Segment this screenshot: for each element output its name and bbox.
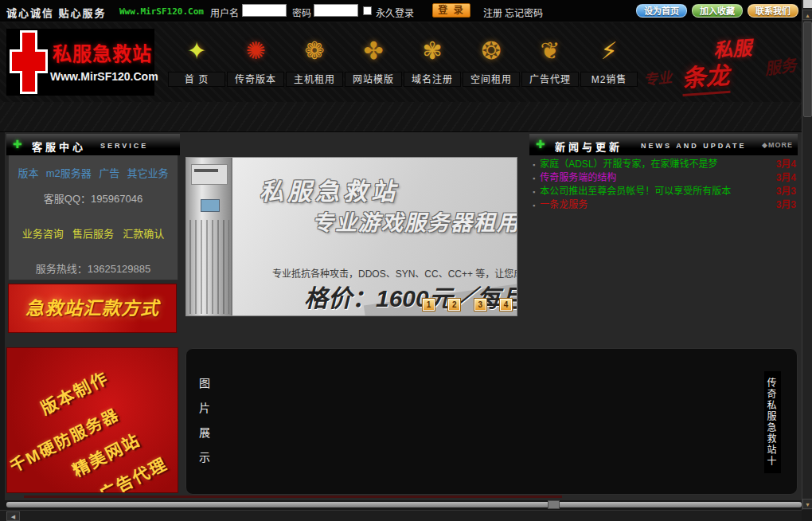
register-link[interactable]: 注册 (483, 6, 502, 19)
news-panel-header: ✚ 新闻与更新 NEWS AND UPDATE ◆MORE (529, 134, 798, 155)
link-m2-server[interactable]: m2服务器 (46, 167, 92, 179)
gallery-side-strip[interactable]: 传奇私服急救站十 (764, 371, 781, 473)
link-after-sales[interactable]: 售后服务 (72, 228, 114, 240)
gallery-vertical-label: 图片展示 (196, 378, 212, 476)
pager-button-2[interactable]: 2 (448, 299, 460, 311)
scroll-left-arrow-icon[interactable]: ◀ (6, 511, 20, 521)
content-bottom-line (24, 496, 562, 498)
nav-item-space-rental[interactable]: ❂ 空间租用 (463, 30, 520, 92)
inner-horizontal-scrollbar[interactable] (6, 502, 802, 507)
space-rental-icon: ❂ (463, 30, 520, 72)
nav-item-host-rental[interactable]: ❁ 主机租用 (286, 30, 343, 92)
gallery-panel: 图片展示 传奇私服急救站十 (185, 348, 798, 495)
scrollbar-corner (802, 510, 812, 521)
decorative-band (0, 102, 802, 132)
add-favorite-button[interactable]: 加入收藏 (692, 4, 743, 18)
host-rental-icon: ❁ (286, 30, 343, 72)
login-button[interactable]: 登 录 (432, 3, 470, 18)
bullet-icon: ▪ (533, 174, 535, 182)
promo-text-faded-right: 服务 (763, 52, 798, 79)
news-item[interactable]: ▪一条龙服务 3月3 (529, 198, 798, 212)
nav-label: 域名注册 (404, 72, 461, 87)
scroll-up-arrow-icon[interactable]: ▲ (802, 10, 812, 20)
payment-method-banner[interactable]: 急救站汇款方式 (8, 284, 177, 333)
news-item[interactable]: ▪家庭（ADSL）开服专家，在家赚钱不是梦 3月4 (529, 158, 798, 171)
site-header: 私服急救站 Www.MirSF120.Com ✦ 首 页 ✺ 传奇版本 ❁ 主机… (0, 22, 802, 102)
ad-agency-icon: ❦ (521, 30, 579, 72)
link-version[interactable]: 版本 (18, 167, 38, 179)
news-subtitle: NEWS AND UPDATE (641, 142, 747, 150)
nav-item-domain-register[interactable]: ✾ 域名注册 (404, 30, 461, 92)
news-link[interactable]: 传奇服务端的结构 (540, 172, 616, 183)
promo-text-line2: 条龙 (680, 56, 730, 96)
bullet-icon: ▪ (533, 202, 535, 210)
contact-us-button[interactable]: 联系我们 (748, 4, 798, 18)
top-bar: 诚心诚信 贴心服务 Www.MirSF120.Com 用户名 密码 永久登录 登… (0, 0, 802, 22)
nav-item-m2-sales[interactable]: ⚡ M2销售 (580, 30, 638, 92)
banner-pager: 1 2 3 4 (412, 299, 512, 311)
pager-button-1[interactable]: 1 (423, 299, 435, 311)
promo-graphic: 专业 私服 条龙 服务 (643, 33, 799, 97)
remember-checkbox[interactable] (363, 6, 372, 15)
nav-item-home[interactable]: ✦ 首 页 (168, 30, 225, 92)
news-title: 新闻与更新 (555, 139, 623, 154)
logo-title: 私服急救站 (53, 38, 152, 66)
nav-label: 网站模版 (345, 72, 402, 87)
news-more-link[interactable]: ◆MORE (762, 141, 793, 149)
service-hotline: 服务热线：13625129885 (9, 260, 178, 276)
nav-item-ad-agency[interactable]: ❦ 广告代理 (521, 30, 579, 92)
pager-button-4[interactable]: 4 (500, 299, 512, 311)
logo-url: Www.MirSF120.Com (50, 70, 158, 83)
plus-icon: ✚ (13, 138, 22, 151)
link-ads[interactable]: 广告 (99, 167, 119, 179)
nav-label: 空间租用 (463, 72, 520, 87)
slogan-text: 诚心诚信 贴心服务 (6, 5, 107, 20)
username-label: 用户名 (210, 6, 239, 19)
banner-description: 专业抵抗各种攻击，DDOS、SYN、CC、CC++ 等，让您成功运营 (272, 266, 517, 280)
vertical-scrollbar[interactable]: ▲ ▼ (802, 0, 812, 521)
vertical-scrollbar-thumb[interactable] (803, 22, 812, 117)
news-date: 3月4 (776, 158, 796, 170)
nav-label: 首 页 (168, 72, 225, 87)
banner-title: 私服急救站 (260, 172, 399, 207)
legend-version-icon: ✺ (227, 30, 284, 72)
nav-label: 主机租用 (286, 72, 343, 87)
set-home-button[interactable]: 设为首页 (636, 4, 687, 18)
site-url-link[interactable]: Www.MirSF120.Com (119, 6, 204, 17)
username-input[interactable] (242, 4, 287, 17)
main-banner[interactable]: 私服急救站 专业游戏服务器租用 专业抵抗各种攻击，DDOS、SYN、CC、CC+… (185, 157, 517, 316)
news-link[interactable]: 家庭（ADSL）开服专家，在家赚钱不是梦 (540, 159, 717, 170)
bullet-icon: ▪ (533, 188, 535, 196)
nav-label: M2销售 (580, 72, 638, 87)
link-payment-confirm[interactable]: 汇款确认 (123, 228, 164, 240)
scroll-down-arrow-icon[interactable]: ▼ (802, 499, 812, 509)
link-other-business[interactable]: 其它业务 (127, 167, 169, 179)
banner-subtitle: 专业游戏服务器租用 (312, 206, 517, 237)
home-star-icon: ✦ (168, 30, 225, 72)
news-item[interactable]: ▪传奇服务端的结构 3月4 (529, 171, 798, 185)
news-item[interactable]: ▪本公司推出至尊会员帐号！可以享受所有版本 3月3 (529, 185, 798, 198)
news-list: ▪家庭（ADSL）开服专家，在家赚钱不是梦 3月4 ▪传奇服务端的结构 3月4 … (529, 158, 798, 212)
link-business-consult[interactable]: 业务咨询 (22, 228, 64, 240)
site-logo[interactable]: 私服急救站 Www.MirSF120.Com (6, 29, 154, 96)
red-cross-icon (10, 30, 48, 94)
nav-label: 传奇版本 (227, 72, 284, 87)
pager-button-3[interactable]: 3 (474, 299, 486, 311)
news-date: 3月3 (776, 198, 796, 211)
news-link[interactable]: 本公司推出至尊会员帐号！可以享受所有版本 (540, 186, 731, 197)
news-date: 3月3 (776, 185, 796, 198)
service-qq-number: 客服QQ：195967046 (9, 190, 178, 206)
nav-item-legend-version[interactable]: ✺ 传奇版本 (227, 30, 284, 92)
service-yellow-links: 业务咨询 售后服务 汇款确认 (9, 225, 178, 241)
forgot-password-link[interactable]: 忘记密码 (505, 6, 543, 19)
nav-item-site-template[interactable]: ✤ 网站模版 (345, 30, 402, 92)
service-panel: 版本 m2服务器 广告 其它业务 客服QQ：195967046 业务咨询 售后服… (8, 155, 178, 280)
service-title: 客服中心 (32, 139, 86, 154)
promo-text-faded-left: 专业 (642, 65, 673, 89)
news-link[interactable]: 一条龙服务 (540, 199, 588, 210)
news-date: 3月4 (776, 171, 796, 184)
password-input[interactable] (314, 4, 358, 17)
horizontal-scrollbar[interactable]: ◀ (0, 510, 802, 521)
inner-scrollbar-thumb[interactable] (548, 500, 560, 509)
services-ad-banner[interactable]: 版本制作 千M硬防服务器 精美网站 广告代理 (6, 347, 178, 493)
